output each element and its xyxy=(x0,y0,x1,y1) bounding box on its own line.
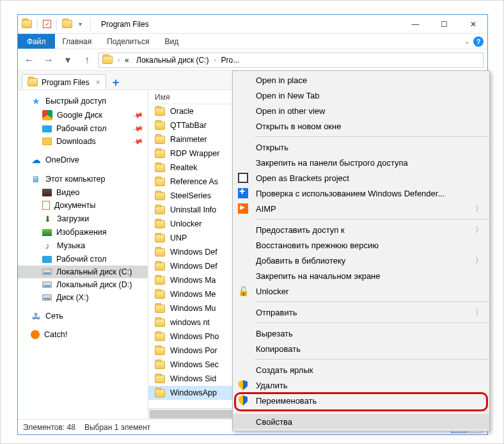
qat-folder-icon[interactable] xyxy=(62,19,72,29)
pin-icon: 📌 xyxy=(132,109,145,121)
maximize-button[interactable]: ☐ xyxy=(430,15,459,33)
folder-name: Realtek xyxy=(170,163,197,172)
ribbon: Файл Главная Поделиться Вид ⌄ ? xyxy=(18,34,487,49)
close-button[interactable]: ✕ xyxy=(459,15,487,33)
ctx-item[interactable]: Вырезать xyxy=(233,326,489,341)
folder-tab[interactable]: Program Files × xyxy=(22,74,106,90)
nav-catch[interactable]: Catch! xyxy=(18,328,148,341)
folder-name: Windows Ma xyxy=(170,276,216,285)
ctx-item[interactable]: Open in place xyxy=(233,72,489,88)
folder-name: Windows Por xyxy=(170,346,217,355)
ctx-label: Open in place xyxy=(256,75,483,85)
nav-music[interactable]: ♪Музыка xyxy=(18,239,148,253)
ctx-label: Копировать xyxy=(256,344,483,354)
ctx-label: Проверка с использованием Windows Defend… xyxy=(256,189,483,198)
tab-view[interactable]: Вид xyxy=(157,34,186,49)
folder-name: Windows Me xyxy=(170,290,216,299)
unlocker-icon: 🔓 xyxy=(238,286,249,296)
ctx-item[interactable]: Восстановить прежнюю версию xyxy=(233,237,489,253)
back-button[interactable]: ← xyxy=(22,52,37,68)
help-icon[interactable]: ? xyxy=(473,36,484,47)
nav-drive-x[interactable]: Диск (X:) xyxy=(18,291,148,304)
ctx-label: Открыть в новом окне xyxy=(256,122,483,131)
ctx-item[interactable]: Отправить〉 xyxy=(233,305,489,320)
submenu-arrow-icon: 〉 xyxy=(475,203,483,214)
file-menu[interactable]: Файл xyxy=(18,34,55,49)
ctx-item[interactable]: Открыть xyxy=(233,139,489,155)
ctx-item[interactable]: Проверка с использованием Windows Defend… xyxy=(233,186,489,201)
ctx-item[interactable]: Добавить в библиотеку〉 xyxy=(233,253,489,268)
nav-this-pc[interactable]: 🖥Этот компьютер xyxy=(18,172,148,186)
status-selection: Выбран 1 элемент xyxy=(84,423,150,432)
folder-icon xyxy=(155,319,165,327)
ctx-item[interactable]: Копировать xyxy=(233,341,489,356)
nav-desktop-quick[interactable]: Рабочий стол📌 xyxy=(18,122,148,135)
folder-icon xyxy=(155,262,165,271)
folder-name: Windows Pho xyxy=(170,332,219,341)
nav-videos[interactable]: Видео xyxy=(18,186,148,199)
ctx-item[interactable]: Open in New Tab xyxy=(233,88,489,103)
ctx-item[interactable]: AIMP〉 xyxy=(233,201,489,216)
ribbon-collapse-icon[interactable]: ⌄ xyxy=(464,38,469,45)
folder-icon xyxy=(155,375,165,383)
download-icon: ⬇ xyxy=(42,214,52,224)
tab-close-icon[interactable]: × xyxy=(96,78,100,87)
folder-name: Unlocker xyxy=(170,219,201,228)
folder-name: Windows Mu xyxy=(170,304,216,313)
ctx-item[interactable]: Открыть в новом окне xyxy=(233,118,489,134)
forward-button[interactable]: → xyxy=(41,52,56,68)
nav-drive-d[interactable]: Локальный диск (D:) xyxy=(18,278,148,291)
folder-name: QTTabBar xyxy=(170,121,207,130)
tab-home[interactable]: Главная xyxy=(55,34,100,49)
nav-pictures[interactable]: Изображения xyxy=(18,226,148,239)
defender-icon xyxy=(238,188,248,198)
ctx-item[interactable]: Open as Brackets project xyxy=(233,170,489,186)
new-tab-button[interactable]: + xyxy=(106,76,126,90)
minimize-button[interactable]: — xyxy=(401,15,430,33)
folder-name: Windows Def xyxy=(170,248,217,257)
qat-checkbox-icon[interactable]: ✓ xyxy=(43,20,51,28)
ctx-item[interactable]: Закрепить на панели быстрого доступа xyxy=(233,155,489,170)
navigation-pane: ★Быстрый доступ Google Диск📌 Рабочий сто… xyxy=(18,90,148,419)
desktop-icon xyxy=(42,256,52,263)
folder-icon xyxy=(155,206,165,214)
ctx-label: Добавить в библиотеку xyxy=(256,256,469,266)
folder-name: RDP Wrapper xyxy=(170,149,219,158)
ctx-item[interactable]: Предоставить доступ к〉 xyxy=(233,222,489,237)
folder-name: SteelSeries xyxy=(170,191,211,200)
tab-share[interactable]: Поделиться xyxy=(99,34,157,49)
nav-desktop[interactable]: Рабочий стол xyxy=(18,253,148,266)
ctx-item[interactable]: 🔓Unlocker xyxy=(233,283,489,299)
tab-folder-icon xyxy=(28,78,38,86)
ctx-item[interactable]: Open in other view xyxy=(233,103,489,118)
nav-google-drive[interactable]: Google Диск📌 xyxy=(18,108,148,122)
ctx-label: Закрепить на начальном экране xyxy=(256,271,483,281)
google-drive-icon xyxy=(42,110,52,120)
nav-quick-access[interactable]: ★Быстрый доступ xyxy=(18,94,148,108)
folder-icon xyxy=(155,107,165,116)
ctx-item[interactable]: Удалить xyxy=(233,377,489,393)
onedrive-icon: ☁ xyxy=(31,155,41,165)
ctx-item[interactable]: Создать ярлык xyxy=(233,362,489,377)
document-icon xyxy=(42,201,50,210)
nav-downloads[interactable]: ⬇Загрузки xyxy=(18,212,148,226)
folder-icon xyxy=(155,220,165,228)
nav-network[interactable]: 🖧Сеть xyxy=(18,309,148,323)
disk-icon xyxy=(42,294,52,301)
ctx-label: Восстановить прежнюю версию xyxy=(256,241,483,250)
address-bar[interactable]: › « Локальный диск (C:) › Pro... xyxy=(98,52,484,68)
folder-name: Reference As xyxy=(170,177,218,186)
folder-icon xyxy=(155,361,165,369)
up-button[interactable]: ↑ xyxy=(79,52,95,68)
pc-icon: 🖥 xyxy=(31,174,41,184)
nav-documents[interactable]: Документы xyxy=(18,199,148,212)
catch-icon xyxy=(31,330,40,339)
ctx-item[interactable]: Закрепить на начальном экране xyxy=(233,268,489,283)
qat-dropdown-icon[interactable]: ▾ xyxy=(75,19,85,29)
nav-drive-c[interactable]: Локальный диск (C:) xyxy=(18,266,148,278)
history-dropdown[interactable]: ▾ xyxy=(60,52,75,68)
nav-downloads-quick[interactable]: Downloads📌 xyxy=(18,135,148,148)
ctx-item[interactable]: Свойства xyxy=(233,414,489,429)
ctx-item[interactable]: Переименовать xyxy=(233,393,489,408)
nav-onedrive[interactable]: ☁OneDrive xyxy=(18,153,148,167)
